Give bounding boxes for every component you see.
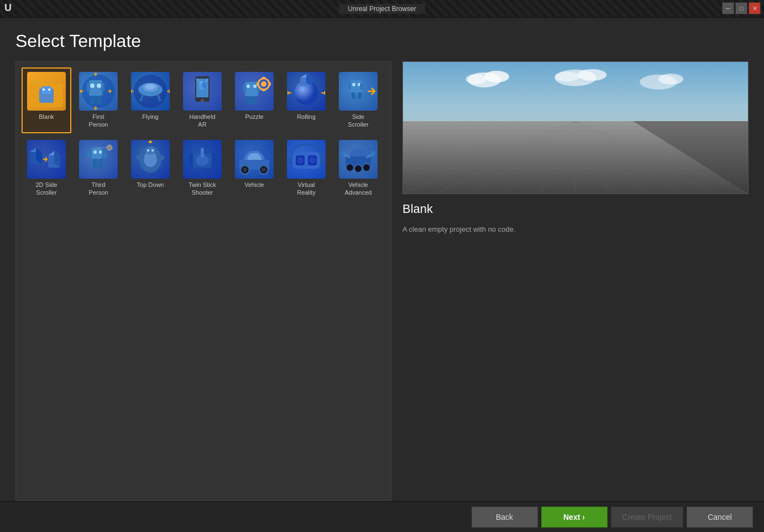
template-item-rolling[interactable]: Rolling [281, 67, 331, 133]
next-arrow-icon: › [582, 513, 585, 521]
svg-rect-12 [90, 96, 95, 105]
svg-point-21 [158, 99, 162, 101]
svg-point-95 [484, 71, 509, 82]
preview-clouds [403, 67, 748, 101]
preview-ground [403, 121, 748, 194]
template-label-vehicle: Vehicle [244, 181, 264, 189]
template-item-virtual-reality[interactable]: VirtualReality [281, 135, 331, 201]
template-icon-vehicle-advanced [339, 140, 378, 179]
template-icon-rolling [287, 72, 326, 111]
svg-rect-84 [289, 157, 292, 164]
svg-rect-38 [262, 89, 265, 91]
template-label-flying: Flying [142, 113, 158, 121]
svg-rect-49 [351, 92, 356, 99]
title-bar: U Unreal Project Browser ─ □ ✕ [0, 0, 764, 18]
svg-rect-33 [247, 96, 251, 104]
svg-rect-72 [189, 153, 193, 168]
svg-rect-28 [245, 82, 258, 96]
template-item-handheld-ar[interactable]: HandheldAR [177, 67, 227, 133]
preview-image [402, 61, 749, 194]
svg-point-30 [253, 85, 257, 88]
close-button[interactable]: ✕ [749, 2, 761, 14]
next-label: Next [563, 513, 580, 521]
svg-point-77 [243, 168, 247, 172]
svg-rect-73 [212, 153, 216, 168]
svg-rect-59 [98, 159, 103, 169]
template-grid: Blank [22, 67, 385, 201]
svg-point-82 [297, 157, 303, 164]
svg-rect-64 [137, 155, 144, 160]
back-button[interactable]: Back [472, 507, 538, 528]
page-title: Select Template [15, 31, 749, 51]
template-item-vehicle[interactable]: Vehicle [229, 135, 279, 201]
template-item-first-person[interactable]: FirstPerson [74, 67, 123, 133]
main-content: Select Template [0, 18, 764, 501]
svg-point-4 [43, 88, 45, 91]
svg-rect-13 [97, 96, 101, 105]
title-bar-controls: ─ □ ✕ [722, 2, 761, 14]
svg-rect-50 [357, 92, 362, 99]
template-label-top-down: Top Down [137, 181, 164, 189]
svg-point-101 [658, 74, 683, 85]
svg-point-5 [48, 88, 50, 91]
maximize-button[interactable]: □ [735, 2, 747, 14]
svg-point-8 [90, 84, 95, 88]
template-label-first-person: FirstPerson [89, 113, 108, 129]
svg-point-89 [341, 151, 346, 155]
svg-rect-85 [320, 157, 323, 164]
template-icon-twin-stick-shooter [183, 140, 222, 179]
svg-rect-34 [252, 96, 257, 104]
template-item-blank[interactable]: Blank [22, 67, 71, 133]
svg-point-68 [151, 149, 154, 152]
svg-rect-71 [201, 148, 204, 158]
svg-point-67 [147, 149, 149, 152]
preview-description: A clean empty project with no code. [402, 224, 749, 235]
template-label-vehicle-advanced: VehicleAdvanced [345, 181, 372, 197]
create-project-button: Create Project [611, 507, 683, 528]
template-icon-handheld-ar [183, 72, 222, 111]
svg-point-17 [145, 84, 155, 90]
template-item-side-scroller[interactable]: SideScroller [333, 67, 383, 133]
svg-rect-57 [102, 150, 107, 158]
template-icon-2d-side-scroller [27, 140, 66, 179]
svg-point-83 [309, 157, 316, 164]
template-label-twin-stick-shooter: Twin StickShooter [189, 181, 216, 197]
svg-rect-58 [93, 159, 97, 169]
svg-rect-37 [262, 77, 265, 79]
svg-point-98 [578, 69, 607, 81]
svg-rect-31 [243, 84, 246, 92]
svg-rect-7 [89, 80, 102, 96]
next-button[interactable]: Next › [541, 507, 608, 528]
template-icon-vehicle [235, 140, 274, 179]
svg-point-60 [107, 145, 112, 150]
svg-rect-65 [156, 155, 164, 160]
template-icon-third-person [79, 140, 118, 179]
template-item-twin-stick-shooter[interactable]: Twin StickShooter [177, 135, 227, 201]
template-label-handheld-ar: HandheldAR [189, 113, 215, 129]
svg-point-9 [97, 84, 101, 88]
svg-rect-11 [101, 83, 104, 92]
svg-point-66 [145, 147, 155, 155]
svg-point-99 [555, 72, 580, 82]
svg-point-92 [354, 165, 362, 173]
content-area: Blank [15, 61, 749, 501]
template-label-virtual-reality: VirtualReality [297, 181, 316, 197]
svg-point-54 [93, 150, 97, 154]
preview-panel: Blank A clean empty project with no code… [402, 61, 749, 501]
template-icon-side-scroller [339, 72, 378, 111]
svg-point-20 [139, 99, 143, 101]
minimize-button[interactable]: ─ [722, 2, 734, 14]
template-item-top-down[interactable]: Top Down [125, 135, 175, 201]
template-icon-blank [27, 72, 66, 111]
template-label-third-person: ThirdPerson [89, 181, 108, 197]
template-item-2d-side-scroller[interactable]: 2D SideScroller [22, 135, 71, 201]
template-grid-container: Blank [15, 61, 391, 501]
template-item-puzzle[interactable]: Puzzle [229, 67, 279, 133]
template-label-puzzle: Puzzle [245, 113, 263, 121]
template-item-vehicle-advanced[interactable]: VehicleAdvanced [333, 135, 383, 201]
template-icon-virtual-reality [287, 140, 326, 179]
cancel-button[interactable]: Cancel [687, 507, 753, 528]
template-item-flying[interactable]: Flying [125, 67, 175, 133]
svg-rect-56 [87, 150, 92, 158]
template-item-third-person[interactable]: ThirdPerson [74, 135, 123, 201]
